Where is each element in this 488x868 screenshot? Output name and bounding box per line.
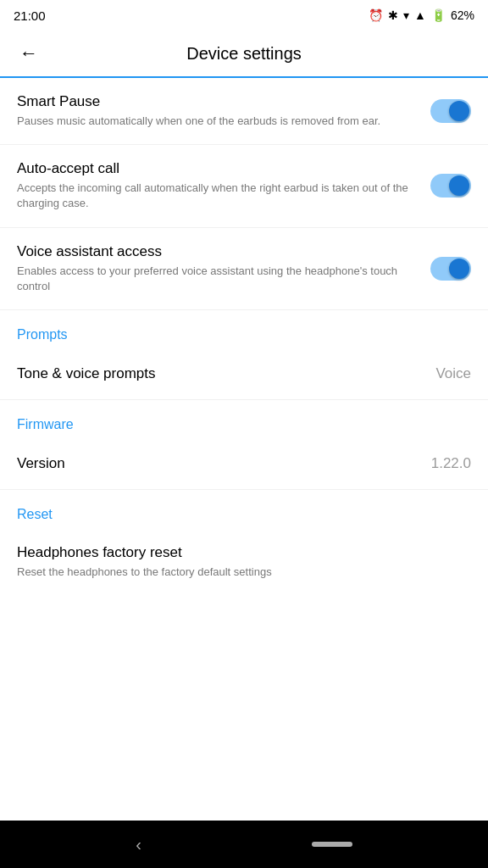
- battery-percent: 62%: [451, 8, 474, 22]
- voice-assistant-text: Voice assistant access Enables access to…: [17, 243, 430, 294]
- smart-pause-text: Smart Pause Pauses music automatically w…: [17, 93, 430, 129]
- bluetooth-icon: ✱: [388, 8, 398, 22]
- tone-voice-prompts-value: Voice: [435, 365, 471, 382]
- smart-pause-toggle[interactable]: [430, 99, 471, 123]
- auto-accept-desc: Accepts the incoming call automatically …: [17, 181, 417, 211]
- settings-content: Smart Pause Pauses music automatically w…: [0, 78, 488, 821]
- auto-accept-knob: [449, 175, 469, 196]
- firmware-label: Firmware: [17, 417, 74, 431]
- auto-accept-toggle-wrap[interactable]: [430, 174, 471, 198]
- firmware-section-header: Firmware: [0, 400, 488, 439]
- status-icons: ⏰ ✱ ▾ ▲ 🔋 62%: [369, 8, 474, 22]
- bottom-navigation: ‹: [0, 821, 488, 868]
- back-nav-icon: ‹: [136, 835, 141, 854]
- back-arrow-icon: ←: [19, 42, 38, 64]
- voice-assistant-toggle-wrap[interactable]: [430, 257, 471, 281]
- auto-accept-row: Auto-accept call Accepts the incoming ca…: [0, 145, 488, 227]
- reset-label: Reset: [17, 507, 53, 521]
- version-title: Version: [17, 455, 65, 472]
- factory-reset-title: Headphones factory reset: [17, 544, 471, 561]
- status-time: 21:00: [14, 8, 46, 23]
- wifi-icon: ▾: [403, 8, 409, 22]
- voice-assistant-row: Voice assistant access Enables access to…: [0, 228, 488, 310]
- smart-pause-toggle-wrap[interactable]: [430, 99, 471, 123]
- prompts-label: Prompts: [17, 327, 68, 342]
- tone-voice-prompts-title: Tone & voice prompts: [17, 365, 155, 382]
- page-header: ← Device settings: [0, 31, 488, 78]
- smart-pause-row: Smart Pause Pauses music automatically w…: [0, 78, 488, 145]
- back-button[interactable]: ←: [14, 38, 44, 69]
- smart-pause-knob: [449, 101, 469, 121]
- back-nav-button[interactable]: ‹: [136, 835, 141, 854]
- smart-pause-desc: Pauses music automatically when one of t…: [17, 114, 417, 129]
- alarm-icon: ⏰: [369, 8, 383, 22]
- home-pill[interactable]: [312, 842, 352, 847]
- auto-accept-title: Auto-accept call: [17, 160, 417, 177]
- prompts-section-header: Prompts: [0, 310, 488, 349]
- tone-voice-prompts-row[interactable]: Tone & voice prompts Voice: [0, 349, 488, 400]
- version-row: Version 1.22.0: [0, 439, 488, 490]
- auto-accept-toggle[interactable]: [430, 174, 471, 198]
- status-bar: 21:00 ⏰ ✱ ▾ ▲ 🔋 62%: [0, 0, 488, 31]
- voice-assistant-desc: Enables access to your preferred voice a…: [17, 264, 417, 294]
- signal-icon: ▲: [414, 8, 426, 22]
- auto-accept-text: Auto-accept call Accepts the incoming ca…: [17, 160, 430, 211]
- factory-reset-row[interactable]: Headphones factory reset Reset the headp…: [0, 529, 488, 595]
- version-value: 1.22.0: [431, 455, 471, 472]
- battery-icon: 🔋: [431, 8, 446, 22]
- voice-assistant-title: Voice assistant access: [17, 243, 417, 260]
- page-title: Device settings: [44, 44, 444, 64]
- reset-section-header: Reset: [0, 490, 488, 529]
- voice-assistant-knob: [449, 259, 469, 279]
- smart-pause-title: Smart Pause: [17, 93, 417, 110]
- factory-reset-desc: Reset the headphones to the factory defa…: [17, 565, 471, 580]
- voice-assistant-toggle[interactable]: [430, 257, 471, 281]
